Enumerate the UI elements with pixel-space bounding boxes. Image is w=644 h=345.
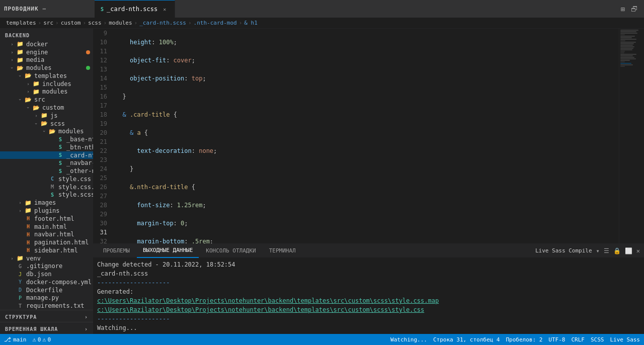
line-ending-text: CRLF	[571, 336, 585, 343]
sidebar-item-images[interactable]: › 📁 images	[0, 199, 93, 207]
breadcrumb-custom[interactable]: custom	[61, 20, 81, 26]
label-modules-scss: modules	[58, 128, 84, 135]
sidebar-item-modules-scss[interactable]: › 📂 modules	[0, 127, 93, 135]
sidebar-structure-section[interactable]: СТРУКТУРА ›	[0, 310, 93, 322]
file-gitignore-icon: G	[16, 264, 24, 269]
breadcrumb-file[interactable]: _card-nth.scss	[139, 20, 186, 26]
panel-layout-icon[interactable]: ☰	[604, 247, 609, 254]
sidebar-item-media[interactable]: › 📁 media	[0, 56, 93, 64]
sidebar-item-modules-sub[interactable]: › 📁 modules	[0, 88, 93, 96]
sidebar-item-card-nth[interactable]: › S _card-nth.scss	[0, 151, 93, 159]
sidebar-item-custom[interactable]: › 📂 custom	[0, 104, 93, 112]
file-footer-html-icon: H	[24, 216, 32, 221]
breadcrumb-h1[interactable]: & h1	[244, 20, 258, 26]
arrow-modules: ›	[10, 64, 15, 72]
panel-close-icon[interactable]: ✕	[636, 247, 640, 254]
breadcrumb-src[interactable]: src	[43, 20, 53, 26]
sidebar-item-docker-compose[interactable]: › Y docker-compose.yml	[0, 278, 93, 286]
sidebar-item-style-css-map[interactable]: › M style.css.map	[0, 183, 93, 191]
breadcrumb-scss[interactable]: scss	[88, 20, 102, 26]
sidebar-item-docker[interactable]: › 📁 docker	[0, 40, 93, 48]
sidebar-item-style-css[interactable]: › C style.css	[0, 175, 93, 183]
git-branch-icon: ⎇	[4, 336, 11, 343]
folder-docker-icon: 📁	[16, 41, 24, 47]
file-manage-py-icon: P	[16, 295, 24, 301]
status-bar: ⎇ main ⚠ 0 ⚠ 0 Watching... Строка 31, ст…	[0, 334, 644, 345]
label-custom: custom	[42, 104, 64, 111]
panel-tab-terminal[interactable]: ТЕРМИНАЛ	[263, 244, 302, 258]
maximize-icon[interactable]: 🗗	[629, 4, 640, 14]
arrow-templates: ›	[18, 72, 23, 80]
sidebar-item-style-scss[interactable]: › S style.scss	[0, 191, 93, 199]
sidebar-item-gitignore[interactable]: › G .gitignore	[0, 262, 93, 270]
folder-engine-icon: 📁	[16, 49, 24, 55]
sidebar-item-navbar-html[interactable]: › H navbar.html	[0, 230, 93, 238]
sidebar-item-templates[interactable]: › 📂 templates	[0, 72, 93, 80]
sidebar-item-sidebar-html[interactable]: › H sidebar.html	[0, 246, 93, 254]
status-spaces[interactable]: Пробелов: 2	[506, 336, 542, 343]
sidebar-item-modules[interactable]: › 📂 modules	[0, 64, 93, 72]
sidebar-item-venv[interactable]: › 📁 venv	[0, 254, 93, 263]
label-footer-html: footer.html	[34, 215, 74, 222]
label-manage-py: manage.py	[26, 294, 59, 301]
label-main-html: main.html	[34, 223, 67, 230]
live-sass-dropdown-icon[interactable]: ▾	[596, 247, 600, 254]
output-line-1: Change detected - 20.11.2022, 18:52:54	[97, 260, 640, 269]
breadcrumb-templates[interactable]: templates	[6, 20, 36, 26]
sidebar-item-base-nth[interactable]: › S _base-nth.scss	[0, 135, 93, 143]
status-errors-warnings[interactable]: ⚠ 0 ⚠ 0	[33, 336, 51, 343]
label-btn-nth: _btn-nth.scss	[66, 144, 93, 151]
output-line-6[interactable]: c:\Users\Razilator\Desktop\Projects\note…	[97, 305, 640, 314]
sidebar-item-plugins[interactable]: › 📁 plugins	[0, 207, 93, 215]
sidebar-item-includes[interactable]: › 📁 includes	[0, 80, 93, 88]
sidebar-item-manage-py[interactable]: › P manage.py	[0, 294, 93, 302]
sidebar-item-dockerfile[interactable]: › D Dockerfile	[0, 286, 93, 294]
panel-tab-output[interactable]: ВЫХОДНЫЕ ДАННЫЕ	[137, 244, 199, 258]
tab-card-nth[interactable]: S _card-nth.scss ✕	[95, 0, 175, 18]
arrow-images: ›	[16, 200, 24, 205]
sidebar-item-src[interactable]: › 📂 src	[0, 96, 93, 104]
sidebar-item-requirements[interactable]: › T requirements.txt	[0, 302, 93, 310]
panel-tab-console[interactable]: КОНСОЛЬ ОТЛАДКИ	[200, 244, 262, 258]
sidebar-item-db-json[interactable]: › J db.json	[0, 270, 93, 278]
editor-area[interactable]: 9 10 11 12 13 14 15 16 17 18 19 20 21 22…	[93, 29, 644, 243]
status-encoding[interactable]: UTF-8	[548, 336, 565, 343]
folder-venv-icon: 📁	[16, 255, 24, 262]
status-position[interactable]: Строка 31, столбец 4	[433, 336, 500, 343]
label-db-json: db.json	[26, 271, 52, 278]
breadcrumb-selector[interactable]: .nth-card-mod	[194, 20, 237, 26]
status-language[interactable]: SCSS	[591, 336, 604, 343]
panel-lock-icon[interactable]: 🔒	[613, 247, 621, 254]
label-card-nth: _card-nth.scss	[66, 152, 93, 159]
panel-maximize-icon[interactable]: ⬜	[625, 247, 632, 254]
problems-label: ПРОБЛЕМЫ	[103, 247, 130, 254]
status-live-sass[interactable]: Live Sass	[610, 336, 640, 343]
file-base-nth-icon: S	[56, 137, 64, 142]
more-icon[interactable]: ⋯	[43, 6, 47, 12]
panel-tab-problems[interactable]: ПРОБЛЕМЫ	[97, 244, 136, 258]
output-line-5[interactable]: c:\Users\Razilator\Desktop\Projects\note…	[97, 296, 640, 305]
split-editor-icon[interactable]: ⊞	[619, 4, 627, 14]
sidebar-item-navbar-nth[interactable]: › S _navbar-nth.scss	[0, 159, 93, 167]
status-line-ending[interactable]: CRLF	[571, 336, 585, 343]
sidebar-item-engine[interactable]: › 📁 engine	[0, 48, 93, 56]
sidebar-item-js[interactable]: › 📁 js	[0, 112, 93, 120]
sidebar-item-other-nth[interactable]: › S _other-nth.scss	[0, 167, 93, 175]
sidebar-item-pagination-html[interactable]: › H pagination.html	[0, 238, 93, 246]
label-plugins: plugins	[34, 207, 60, 214]
live-sass-compile-label[interactable]: Live Sass Compile	[535, 247, 592, 254]
status-watching[interactable]: Watching...	[390, 336, 427, 343]
sidebar-item-btn-nth[interactable]: › S _btn-nth.scss	[0, 143, 93, 151]
git-branch-name: main	[13, 336, 27, 343]
label-pagination-html: pagination.html	[34, 239, 89, 246]
minimap	[619, 29, 644, 243]
project-name: ПРОВОДНИК	[4, 6, 39, 12]
tab-close-icon[interactable]: ✕	[160, 5, 169, 13]
sidebar-item-footer-html[interactable]: › H footer.html	[0, 215, 93, 223]
editor-code[interactable]: height: 100%; object-fit: cover; object-…	[111, 29, 619, 243]
breadcrumb-modules[interactable]: modules	[109, 20, 132, 26]
status-git-branch[interactable]: ⎇ main	[4, 336, 27, 343]
sidebar-item-main-html[interactable]: › H main.html	[0, 223, 93, 231]
sidebar-item-scss[interactable]: › 📂 scss	[0, 120, 93, 128]
sidebar-timeline-section[interactable]: ВРЕМЕННАЯ ШКАЛА ›	[0, 322, 93, 334]
